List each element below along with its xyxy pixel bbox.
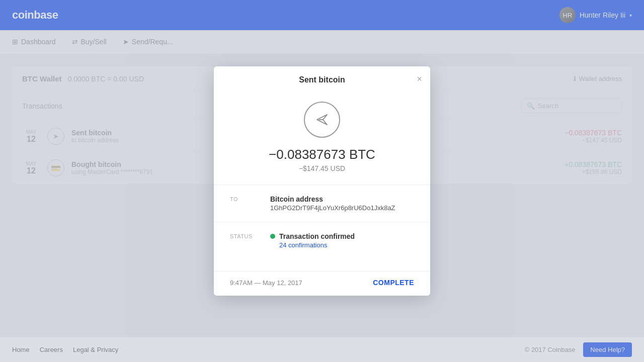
modal-divider-2 [214,222,430,222]
modal-amount-usd: −$147.45 USD [230,164,414,172]
to-title: Bitcoin address [270,195,414,203]
status-confirmed-text: Transaction confirmed [279,232,355,240]
modal-timestamp: 9:47AM — May 12, 2017 [230,279,302,287]
modal-title: Sent bitcoin [299,75,345,84]
to-label: TO [230,195,258,202]
status-row: Transaction confirmed 24 confirmations [270,232,414,249]
complete-button[interactable]: COMPLETE [373,279,414,287]
modal-footer: 9:47AM — May 12, 2017 COMPLETE [214,271,430,296]
send-svg-icon [314,112,330,128]
modal-divider [214,185,430,185]
status-content: Transaction confirmed 24 confirmations [270,232,414,249]
modal-amount-btc: −0.08387673 BTC [230,147,414,162]
modal-status-row: STATUS Transaction confirmed 24 confirma… [230,232,414,249]
send-circle-icon [304,102,340,138]
modal-to-row: TO Bitcoin address 1GhPG2DrT9F4jLoYuXr6p… [230,195,414,212]
status-label: STATUS [230,232,258,239]
modal-body: −0.08387673 BTC −$147.45 USD TO Bitcoin … [214,92,430,271]
modal-close-button[interactable]: × [417,74,422,83]
status-dot-icon [270,234,275,239]
sent-bitcoin-modal: Sent bitcoin × −0.08387673 BTC −$147.45 … [214,66,430,296]
modal-icon-wrap [230,102,414,138]
modal-header: Sent bitcoin × [214,66,430,92]
to-content: Bitcoin address 1GhPG2DrT9F4jLoYuXr6p8rU… [270,195,414,212]
confirmations-link[interactable]: 24 confirmations [279,241,355,249]
modal-overlay: Sent bitcoin × −0.08387673 BTC −$147.45 … [0,0,644,362]
to-address: 1GhPG2DrT9F4jLoYuXr6p8rU6Do1Jxk8aZ [270,204,414,212]
